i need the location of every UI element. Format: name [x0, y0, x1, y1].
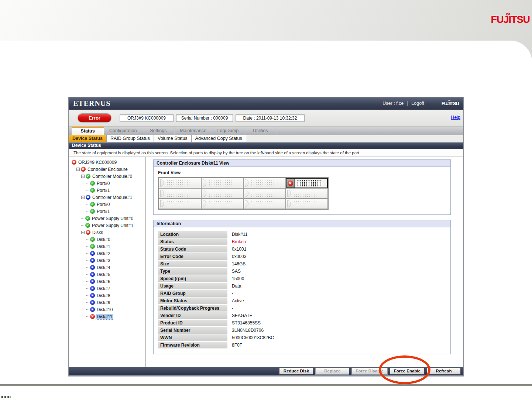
disk-slot[interactable] — [201, 178, 244, 188]
tree-collapse-icon[interactable]: − — [81, 175, 85, 178]
info-label: Serial Number — [158, 327, 227, 334]
tree-item-label: Disk#3 — [96, 258, 111, 263]
tree-item-label: Disk#4 — [96, 265, 111, 270]
tree-item-disk-1[interactable]: ✓Disk#1 — [71, 243, 145, 250]
tree-item-orj3-9-kc000009[interactable]: ✕ORJ3#9 KC000009 — [71, 159, 145, 166]
tree-item-disk-3[interactable]: Disk#3 — [71, 257, 145, 264]
tree-item-disk-8[interactable]: Disk#8 — [71, 292, 145, 299]
tree-item-controller-module-0[interactable]: −✓Controller Module#0 — [71, 173, 145, 180]
fujitsu-header-logo: ∞FUJITSU — [442, 101, 459, 106]
tree-item-controller-module-1[interactable]: −Controller Module#1 — [71, 194, 145, 201]
tree-item-port-1[interactable]: ✓Port#1 — [71, 208, 145, 215]
info-value: Active — [227, 297, 446, 305]
tree-item-port-0[interactable]: ✓Port#0 — [71, 201, 145, 208]
tree-connector — [86, 281, 89, 282]
help-link[interactable]: Help — [451, 115, 460, 120]
ok-status-icon: ✓ — [90, 181, 95, 186]
disk-vent-pattern — [250, 190, 274, 197]
logoff-link[interactable]: Logoff — [411, 101, 424, 106]
action-button-reduce-disk[interactable]: Reduce Disk — [279, 368, 313, 375]
disk-latch — [203, 200, 206, 207]
tree-item-disk-9[interactable]: Disk#9 — [71, 299, 145, 306]
info-value: Data — [227, 282, 446, 290]
disk-slot[interactable] — [159, 188, 201, 199]
tree-item-power-supply-unit-0[interactable]: ✓Power Supply Unit#0 — [71, 215, 145, 222]
tree-item-disk-11[interactable]: ✕Disk#11 — [71, 313, 145, 320]
content-area: ✕ORJ3#9 KC000009−✕Controller Enclosure−✓… — [69, 157, 463, 367]
tree-item-controller-enclosure[interactable]: −✕Controller Enclosure — [71, 166, 145, 173]
disk-slot[interactable] — [159, 199, 201, 209]
error-status-button[interactable]: Error — [78, 113, 111, 123]
action-button-refresh[interactable]: Refresh — [427, 368, 461, 375]
subtab-raid-group-status[interactable]: RAID Group Status — [107, 135, 154, 142]
disk-slot[interactable] — [243, 178, 286, 188]
disk-slot-failed[interactable]: ✕ — [286, 178, 328, 188]
tree-item-disk-10[interactable]: Disk#10 — [71, 306, 145, 313]
tree-item-power-supply-unit-1[interactable]: ✓Power Supply Unit#1 — [71, 222, 145, 229]
info-label: Location — [158, 231, 227, 238]
status-strip: Error ORJ3#9 KC000009 Serial Number : 00… — [69, 110, 463, 127]
page-description: The state of equipment is displayed as t… — [69, 149, 463, 157]
disk-latch — [245, 190, 248, 197]
disk-slot[interactable] — [286, 188, 328, 199]
tree-item-label: Power Supply Unit#1 — [91, 223, 134, 228]
subtab-volume-status[interactable]: Volume Status — [154, 135, 192, 142]
tree-item-label: Power Supply Unit#0 — [91, 216, 134, 221]
info-row: LocationDisk#11 — [158, 231, 446, 238]
tree-collapse-icon[interactable]: − — [81, 231, 85, 234]
disk-vent-pattern — [166, 179, 189, 187]
tree-connector — [81, 218, 84, 219]
header-separator — [407, 101, 408, 106]
tree-item-disks[interactable]: −✕Disks — [71, 229, 145, 236]
subtab-device-status[interactable]: Device Status — [69, 135, 107, 142]
disk-slot[interactable] — [243, 188, 286, 199]
tree-item-disk-6[interactable]: Disk#6 — [71, 278, 145, 285]
tab-configuration[interactable]: Configuration — [104, 127, 142, 135]
tree-item-disk-7[interactable]: Disk#7 — [71, 285, 145, 292]
info-label: Type — [158, 268, 227, 275]
info-value: 15000 — [227, 275, 446, 282]
tree-item-label: Port#1 — [96, 209, 110, 214]
tree-connector — [86, 295, 89, 296]
info-value: ST3146855SS — [227, 319, 446, 327]
tree-collapse-icon[interactable]: − — [81, 196, 85, 199]
info-row: Rebuild/Copyback Progress- — [158, 305, 446, 312]
disk-slot[interactable] — [159, 178, 201, 188]
header-separator — [428, 101, 428, 106]
enclosure-row — [159, 199, 328, 209]
info-label: Size — [158, 260, 227, 268]
disk-slot[interactable] — [201, 188, 244, 199]
tree-item-disk-5[interactable]: Disk#5 — [71, 271, 145, 278]
ok-status-icon: ✓ — [90, 244, 95, 249]
subtab-advanced-copy-status[interactable]: Advanced Copy Status — [192, 135, 246, 142]
action-button-force-enable[interactable]: Force Enable — [390, 368, 425, 375]
tree-item-disk-0[interactable]: ✓Disk#0 — [71, 236, 145, 243]
disk-slot[interactable] — [286, 199, 328, 209]
tree-item-port-0[interactable]: ✓Port#0 — [71, 180, 145, 187]
error-status-icon: ✕ — [90, 314, 95, 319]
info-value: 8F0F — [227, 341, 446, 349]
tree-item-port-1[interactable]: ✓Port#1 — [71, 187, 145, 194]
tab-maintenance[interactable]: Maintenance — [175, 127, 212, 135]
tree-item-label: Disk#2 — [96, 251, 111, 256]
disk-latch — [160, 200, 164, 207]
tree-item-disk-4[interactable]: Disk#4 — [71, 264, 145, 271]
disk-vent-pattern — [250, 200, 274, 207]
maintenance-status-icon — [90, 293, 95, 298]
information-panel-title: Information — [154, 220, 450, 227]
tree-item-disk-2[interactable]: Disk#2 — [71, 250, 145, 257]
maintenance-status-icon — [86, 195, 90, 200]
info-label: Error Code — [158, 253, 227, 260]
disk-slot[interactable] — [243, 199, 286, 209]
info-row: TypeSAS — [158, 268, 446, 275]
disk-slot[interactable] — [201, 199, 244, 209]
tab-utilities[interactable]: Utilities — [244, 127, 277, 135]
tree-collapse-icon[interactable]: − — [76, 168, 80, 171]
info-row: Error Code0x0003 — [158, 253, 446, 260]
tree-connector — [86, 288, 89, 289]
tab-settings[interactable]: Settings — [142, 127, 175, 135]
tree-item-label: Port#0 — [96, 181, 110, 186]
tab-status[interactable]: Status — [72, 127, 104, 135]
app-header-bar: ETERNUS User : f.ce Logoff ∞FUJITSU — [69, 97, 463, 110]
tab-log-dump[interactable]: Log/Dump — [212, 127, 244, 135]
